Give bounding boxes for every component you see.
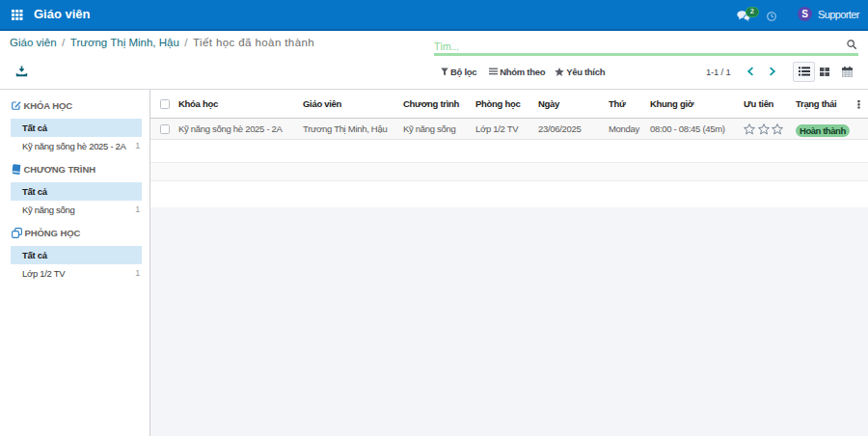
sidebar-section-header: PHÒNG HỌC xyxy=(0,226,149,239)
download-icon xyxy=(19,66,23,70)
user-name[interactable]: Supporter xyxy=(818,0,859,29)
sidebar-filter-all[interactable]: Tất cả xyxy=(11,182,142,201)
cell-ngay[interactable]: 23/06/2025 xyxy=(534,118,605,139)
checkbox-box[interactable] xyxy=(160,99,170,109)
search-input[interactable]: Tìm... xyxy=(434,35,858,56)
control-panel: Giáo viên/Trương Thị Minh, Hậu/Tiết học … xyxy=(0,31,868,90)
checkbox-box[interactable] xyxy=(160,124,170,134)
records-table: Khóa học Giáo viên Chương trình Phòng họ… xyxy=(150,90,868,140)
filters-button-label: Bộ lọc xyxy=(450,67,476,77)
cell-giao-vien[interactable]: Trương Thị Minh, Hậu xyxy=(299,118,399,139)
breadcrumb-current: Tiết học đã hoàn thành xyxy=(193,37,314,48)
sidebar-section-title: PHÒNG HỌC xyxy=(25,228,81,238)
sidebar-filter-all[interactable]: Tất cả xyxy=(11,119,142,137)
column-header-khung-gio[interactable]: Khung giờ xyxy=(646,90,740,118)
book-icon xyxy=(12,164,21,175)
priority-star-icon[interactable] xyxy=(758,123,770,135)
filter-funnel-icon xyxy=(441,68,448,76)
calendar-view-icon xyxy=(842,67,853,77)
list-view: Khóa học Giáo viên Chương trình Phòng họ… xyxy=(150,90,868,436)
pager-previous-button[interactable] xyxy=(743,62,758,81)
column-header-ngay[interactable]: Ngày xyxy=(534,90,605,118)
sidebar-filter-item[interactable]: Lớp 1/2 TV1 xyxy=(11,264,142,283)
breadcrumb-link-teacher[interactable]: Trương Thị Minh, Hậu xyxy=(70,37,179,48)
kanban-view-icon xyxy=(820,68,829,76)
optional-columns-button[interactable] xyxy=(854,90,868,118)
cell-trang-thai: Hoàn thành xyxy=(792,118,854,139)
filter-label: Tất cả xyxy=(22,246,47,264)
user-avatar[interactable]: S xyxy=(798,7,812,21)
empty-row xyxy=(150,181,868,207)
sidebar-filter-item[interactable]: Kỹ năng sống hè 2025 - 2A1 xyxy=(11,137,142,155)
filter-label: Tất cả xyxy=(22,119,47,137)
cell-thu[interactable]: Monday xyxy=(605,118,646,139)
breadcrumb-separator: / xyxy=(179,37,193,48)
cell-empty xyxy=(854,118,868,139)
filter-count: 1 xyxy=(135,264,140,283)
kebab-menu-icon xyxy=(857,100,860,109)
pager-range: 1-1 / 1 xyxy=(706,67,731,77)
column-header-thu[interactable]: Thứ xyxy=(605,90,646,118)
column-header-phong-hoc[interactable]: Phòng học xyxy=(472,90,534,118)
table-header-row: Khóa học Giáo viên Chương trình Phòng họ… xyxy=(150,90,868,118)
sidebar-filter-item[interactable]: Kỹ năng sống1 xyxy=(11,201,142,219)
breadcrumb: Giáo viên/Trương Thị Minh, Hậu/Tiết học … xyxy=(10,29,314,56)
bars-icon xyxy=(489,68,498,75)
favorites-button[interactable]: Yêu thích xyxy=(555,67,605,77)
empty-row xyxy=(150,163,868,181)
search-options: Bộ lọc Nhóm theo Yêu thích xyxy=(441,57,617,86)
filter-label: Kỹ năng sống hè 2025 - 2A xyxy=(22,137,126,155)
filter-label: Kỹ năng sống xyxy=(22,201,75,219)
filters-button[interactable]: Bộ lọc xyxy=(441,67,476,77)
calendar-view-button[interactable] xyxy=(839,62,854,82)
apps-menu-button[interactable] xyxy=(9,7,26,22)
sidebar-section-title: CHƯƠNG TRÌNH xyxy=(24,164,95,175)
filter-label: Tất cả xyxy=(22,182,47,201)
priority-star-icon[interactable] xyxy=(772,123,783,135)
kanban-view-button[interactable] xyxy=(817,62,832,82)
edit-icon xyxy=(12,100,21,110)
favorites-button-label: Yêu thích xyxy=(566,67,605,77)
unread-count-badge[interactable]: 2 xyxy=(746,7,759,17)
sidebar-section-header: CHƯƠNG TRÌNH xyxy=(0,162,149,176)
filter-label: Lớp 1/2 TV xyxy=(22,264,65,283)
breadcrumb-link-giao-vien[interactable]: Giáo viên xyxy=(10,37,57,48)
column-header-giao-vien[interactable]: Giáo viên xyxy=(299,90,399,118)
column-header-khoa-hoc[interactable]: Khóa học xyxy=(175,90,299,118)
breadcrumb-separator: / xyxy=(57,37,70,48)
sidebar-section-title: KHÓA HỌC xyxy=(24,100,73,111)
pager-next-button[interactable] xyxy=(765,62,780,81)
empty-row xyxy=(150,140,868,163)
group-by-button-label: Nhóm theo xyxy=(500,67,545,77)
sidebar-section-khoa-hoc: KHÓA HỌC Tất cả Kỹ năng sống hè 2025 - 2… xyxy=(0,98,149,155)
column-header-uu-tien[interactable]: Ưu tiên xyxy=(740,90,792,118)
app-title: Giáo viên xyxy=(34,0,91,29)
cell-khung-gio[interactable]: 08:00 - 08:45 (45m) xyxy=(646,118,740,139)
clone-icon xyxy=(12,228,22,238)
pager: 1-1 / 1 xyxy=(706,57,868,86)
cell-phong-hoc[interactable]: Lớp 1/2 TV xyxy=(472,118,534,139)
column-header-chuong-trinh[interactable]: Chương trình xyxy=(399,90,472,118)
search-icon[interactable] xyxy=(847,40,856,49)
group-by-button[interactable]: Nhóm theo xyxy=(489,67,545,77)
cell-chuong-trinh[interactable]: Kỹ năng sống xyxy=(399,118,472,139)
clock-icon[interactable] xyxy=(767,12,776,21)
row-checkbox[interactable] xyxy=(150,118,175,139)
sidebar-filter-all[interactable]: Tất cả xyxy=(11,246,142,264)
select-all-checkbox[interactable] xyxy=(150,90,175,118)
sidebar-section-chuong-trinh: CHƯƠNG TRÌNH Tất cả Kỹ năng sống1 xyxy=(0,162,149,219)
list-view-button[interactable] xyxy=(793,62,815,82)
search-placeholder: Tìm... xyxy=(434,41,459,52)
chevron-right-icon xyxy=(769,67,776,76)
priority-star-icon[interactable] xyxy=(744,123,755,135)
cell-khoa-hoc[interactable]: Kỹ năng sống hè 2025 - 2A xyxy=(175,118,299,139)
content-area: KHÓA HỌC Tất cả Kỹ năng sống hè 2025 - 2… xyxy=(0,90,868,436)
top-navbar: Giáo viên 2 S Supporter xyxy=(0,0,868,31)
export-button[interactable] xyxy=(15,66,28,77)
cell-uu-tien xyxy=(740,118,792,139)
filter-count: 1 xyxy=(135,201,140,219)
table-row[interactable]: Kỹ năng sống hè 2025 - 2A Trương Thị Min… xyxy=(150,118,868,139)
chevron-left-icon xyxy=(746,67,754,76)
column-header-trang-thai[interactable]: Trạng thái xyxy=(792,90,854,118)
star-filled-icon xyxy=(555,68,564,76)
